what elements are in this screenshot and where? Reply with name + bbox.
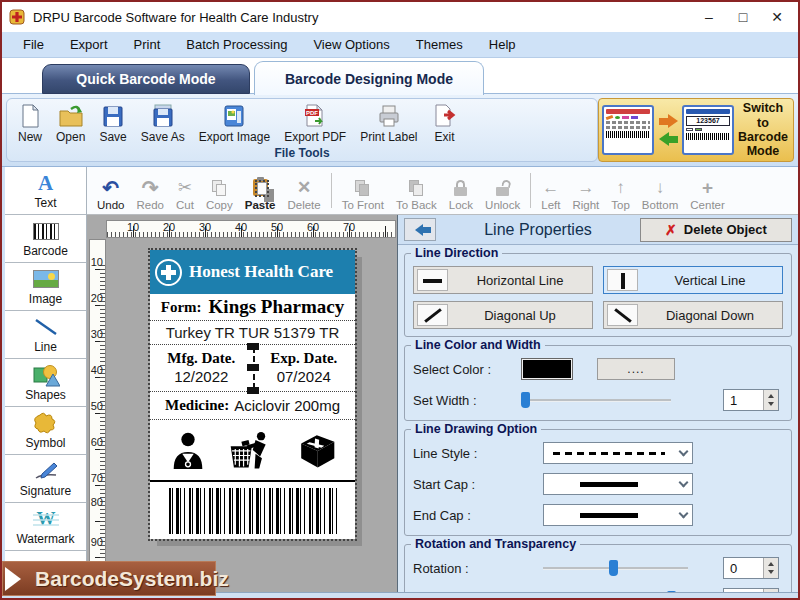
ruler-number: 10: [90, 256, 103, 268]
copy-button[interactable]: Copy: [200, 167, 239, 214]
menu-print[interactable]: Print: [121, 32, 174, 58]
arrow-up-icon: ↑: [616, 177, 625, 198]
to-back-button[interactable]: To Back: [390, 167, 443, 214]
width-spinner[interactable]: 1: [723, 389, 779, 411]
save-as-button[interactable]: Save As: [134, 101, 192, 145]
delete-x-icon: ✗: [665, 222, 677, 238]
menu-themes[interactable]: Themes: [403, 32, 476, 58]
center-button[interactable]: + Center: [684, 167, 731, 214]
sidebar-item-signature[interactable]: Signature: [5, 455, 86, 503]
open-button[interactable]: Open: [49, 101, 92, 145]
sidebar-item-image[interactable]: Image: [5, 263, 86, 311]
export-pdf-button[interactable]: PDF Export PDF: [277, 101, 353, 145]
svg-text:W: W: [36, 508, 55, 529]
selection-handle[interactable]: [247, 343, 259, 350]
sidebar-item-barcode[interactable]: Barcode: [5, 215, 86, 263]
save-icon: [101, 102, 125, 129]
to-front-button[interactable]: To Front: [336, 167, 390, 214]
switch-button-label: Switch to Barcode Mode: [736, 101, 790, 159]
label-form-row: Form: Kings Pharmacy: [150, 294, 355, 321]
end-cap-dropdown[interactable]: [543, 504, 693, 526]
horizontal-line-icon: [417, 269, 448, 291]
close-icon[interactable]: ✕: [762, 6, 792, 28]
unlock-button[interactable]: Unlock: [479, 167, 526, 214]
paste-button[interactable]: Paste: [239, 167, 282, 214]
minimize-icon[interactable]: –: [694, 6, 724, 28]
ruler-number: 30: [194, 221, 216, 233]
sidebar-item-line[interactable]: Line: [5, 311, 86, 359]
save-button[interactable]: Save: [92, 101, 133, 145]
file-tools-group: New Open Save Save As: [6, 98, 598, 162]
color-swatch[interactable]: [521, 358, 573, 380]
diagonal-down-icon: [607, 304, 638, 326]
vertical-line-button[interactable]: Vertical Line: [603, 266, 783, 294]
spinner-arrows[interactable]: [763, 390, 778, 410]
label-pictograms-row: [150, 420, 355, 482]
start-cap-dropdown[interactable]: [543, 473, 693, 495]
label-design-object[interactable]: Honest Health Care Form: Kings Pharmacy …: [150, 250, 355, 539]
menu-help[interactable]: Help: [476, 32, 529, 58]
redo-button[interactable]: ↷ Redo: [131, 167, 171, 214]
ruler-number: 40: [230, 221, 252, 233]
align-right-button[interactable]: → Right: [566, 167, 605, 214]
ruler-number: 90: [90, 536, 103, 548]
align-left-button[interactable]: ← Left: [535, 167, 566, 214]
edit-toolbar: ↶ Undo ↷ Redo ✂ Cut Copy Paste ✕ Delete …: [87, 167, 798, 215]
horizontal-line-button[interactable]: Horizontal Line: [413, 266, 593, 294]
align-top-button[interactable]: ↑ Top: [605, 167, 636, 214]
color-browse-button[interactable]: ....: [597, 358, 675, 380]
ruler-number: 30: [90, 328, 103, 340]
export-pdf-icon: PDF: [302, 102, 328, 129]
new-file-icon: [18, 102, 42, 129]
tab-barcode-designing-mode[interactable]: Barcode Designing Mode: [254, 61, 484, 95]
diagonal-up-button[interactable]: Diagonal Up: [413, 301, 593, 329]
toolbar-separator: [530, 173, 531, 208]
barcode-bars: [169, 488, 337, 534]
width-slider[interactable]: [521, 392, 671, 408]
menu-view-options[interactable]: View Options: [300, 32, 402, 58]
solid-cap-preview: [580, 482, 638, 487]
menu-batch-processing[interactable]: Batch Processing: [173, 32, 300, 58]
maximize-icon[interactable]: □: [728, 6, 758, 28]
undo-button[interactable]: ↶ Undo: [91, 167, 131, 214]
cut-button[interactable]: ✂ Cut: [170, 167, 200, 214]
ruler-number: 20: [158, 221, 180, 233]
design-canvas[interactable]: 10 20 30 40 50 60 70 10 20 30 40 50 60 7…: [87, 215, 397, 598]
sidebar-item-symbol[interactable]: Symbol: [5, 407, 86, 455]
rotation-slider-thumb[interactable]: [609, 560, 618, 576]
sidebar-item-watermark[interactable]: W Watermark: [5, 503, 86, 551]
toolbar-separator: [331, 173, 332, 208]
sidebar-item-shapes[interactable]: Shapes: [5, 359, 86, 407]
new-button[interactable]: New: [11, 101, 49, 145]
switch-to-barcode-mode-button[interactable]: 123567 Switch to Barcode Mode: [598, 98, 794, 162]
rotation-spinner[interactable]: 0: [723, 557, 779, 579]
file-toolbar: New Open Save Save As: [2, 94, 798, 167]
spinner-arrows[interactable]: [763, 558, 778, 578]
line-color-width-group: Line Color and Width Select Color : ....…: [404, 345, 792, 421]
export-image-button[interactable]: Export Image: [192, 101, 277, 145]
open-folder-icon: [58, 102, 84, 129]
back-button[interactable]: [404, 218, 436, 241]
width-slider-thumb[interactable]: [521, 392, 530, 408]
align-bottom-button[interactable]: ↓ Bottom: [636, 167, 684, 214]
line-direction-group: Line Direction Horizontal Line Vertical …: [404, 253, 792, 337]
watermark-text: BarcodeSystem.biz: [35, 567, 229, 591]
print-label-button[interactable]: Print Label: [353, 101, 424, 145]
delete-object-button[interactable]: ✗ Delete Object: [640, 218, 792, 242]
line-style-dropdown[interactable]: [543, 442, 693, 464]
clipboard-icon: [253, 177, 268, 198]
rotation-slider[interactable]: [543, 560, 688, 576]
lock-button[interactable]: Lock: [443, 167, 479, 214]
svg-text:PDF: PDF: [306, 110, 318, 116]
tab-quick-barcode-mode[interactable]: Quick Barcode Mode: [42, 64, 250, 94]
exit-button[interactable]: Exit: [425, 101, 465, 145]
selection-handle[interactable]: [247, 364, 259, 371]
sidebar-item-text[interactable]: A Text: [5, 167, 86, 215]
menu-export[interactable]: Export: [57, 32, 121, 58]
delete-button[interactable]: ✕ Delete: [281, 167, 326, 214]
ruler-number: 80: [90, 496, 103, 508]
shapes-icon: [32, 363, 60, 387]
diagonal-down-button[interactable]: Diagonal Down: [603, 301, 783, 329]
menu-file[interactable]: File: [10, 32, 57, 58]
selection-handle[interactable]: [247, 387, 259, 394]
